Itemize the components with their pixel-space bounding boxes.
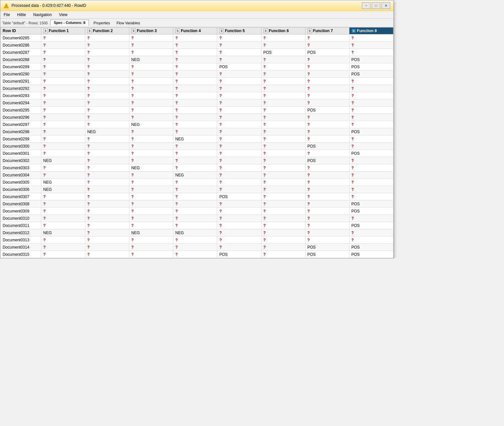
row-id-cell: Document0295	[1, 107, 41, 114]
table-row[interactable]: Document0310????????	[1, 215, 393, 222]
menu-navigation[interactable]: Navigation	[32, 12, 53, 17]
row-f6-cell: ?	[261, 121, 305, 128]
row-f3-cell: ?	[129, 143, 173, 150]
row-f8-cell: ?	[349, 193, 393, 200]
warning-triangle-icon	[4, 3, 9, 8]
col-header-f2[interactable]: S Function 2	[85, 28, 129, 34]
table-row[interactable]: Document0293????????	[1, 92, 393, 99]
row-f3-cell: ?	[129, 200, 173, 208]
tab-properties[interactable]: Properties	[92, 20, 112, 26]
col-header-f4[interactable]: S Function 4	[173, 28, 217, 34]
table-row[interactable]: Document0288??NEG????POS	[1, 56, 393, 63]
table-row[interactable]: Document0291????????	[1, 78, 393, 85]
row-id-cell: Document0307	[1, 193, 41, 200]
row-f2-cell: ?	[85, 215, 129, 222]
col-header-f6-inner: S Function 6	[263, 29, 303, 33]
row-f2-cell: ?	[85, 222, 129, 229]
table-row[interactable]: Document0289????POS??POS	[1, 63, 393, 71]
row-f5-cell: ?	[217, 42, 261, 49]
row-f3-cell: ?	[129, 114, 173, 121]
row-f7-cell: ?	[305, 179, 349, 186]
maximize-button[interactable]: □	[372, 2, 380, 9]
row-f4-cell: ?	[173, 42, 217, 49]
table-wrapper[interactable]: Row ID S Function 1 S Function 2	[0, 27, 393, 258]
row-f7-cell: POS	[305, 244, 349, 251]
table-row[interactable]: Document0287?????POSPOS?	[1, 49, 393, 56]
row-f5-cell: ?	[217, 71, 261, 78]
col-header-f3[interactable]: S Function 3	[129, 28, 173, 34]
col-header-f1-inner: S Function 1	[43, 29, 83, 33]
row-f2-cell: ?	[85, 121, 129, 128]
row-f6-cell: ?	[261, 150, 305, 157]
row-f7-cell: ?	[305, 121, 349, 128]
table-row[interactable]: Document0286????????	[1, 42, 393, 49]
row-f8-cell: ?	[349, 107, 393, 114]
row-f2-cell: ?	[85, 85, 129, 92]
row-f7-cell: ?	[305, 99, 349, 107]
row-f6-cell: ?	[261, 236, 305, 244]
row-f1-cell: ?	[41, 71, 85, 78]
table-row[interactable]: Document0296????????	[1, 114, 393, 121]
row-f6-cell: ?	[261, 215, 305, 222]
col-header-f7[interactable]: S Function 7	[305, 28, 349, 34]
row-f8-cell: ?	[349, 135, 393, 143]
col-header-rowid[interactable]: Row ID	[1, 28, 41, 34]
col-header-f8[interactable]: S Function 8	[349, 28, 393, 34]
table-row[interactable]: Document0295??????POS?	[1, 107, 393, 114]
row-f2-cell: ?	[85, 157, 129, 164]
table-row[interactable]: Document0299???NEG????	[1, 135, 393, 143]
tab-spec[interactable]: Spec - Columns: 8	[50, 20, 89, 26]
row-f8-cell: ?	[349, 164, 393, 172]
close-button[interactable]: ✕	[382, 2, 390, 9]
menu-file[interactable]: File	[2, 12, 11, 17]
table-row[interactable]: Document0300??????POS?	[1, 143, 393, 150]
row-f8-cell: ?	[349, 99, 393, 107]
row-f4-cell: ?	[173, 121, 217, 128]
col-f6-label: Function 6	[269, 29, 289, 33]
table-row[interactable]: Document0298?NEG?????POS	[1, 128, 393, 135]
row-f4-cell: ?	[173, 251, 217, 258]
table-row[interactable]: Document0309???????POS	[1, 208, 393, 215]
row-id-cell: Document0300	[1, 143, 41, 150]
row-f8-cell: ?	[349, 236, 393, 244]
table-row[interactable]: Document0305NEG???????	[1, 179, 393, 186]
row-f1-cell: ?	[41, 222, 85, 229]
menu-view[interactable]: View	[58, 12, 69, 17]
table-row[interactable]: Document0312NEG?NEGNEG????	[1, 229, 393, 236]
row-f2-cell: ?	[85, 71, 129, 78]
row-f4-cell: ?	[173, 215, 217, 222]
col-header-f5[interactable]: S Function 5	[217, 28, 261, 34]
table-row[interactable]: Document0315????POS?POSPOS	[1, 251, 393, 258]
table-row[interactable]: Document0313????????	[1, 236, 393, 244]
table-row[interactable]: Document0306NEG???????	[1, 186, 393, 193]
table-row[interactable]: Document0303??NEG?????	[1, 164, 393, 172]
row-f1-cell: ?	[41, 208, 85, 215]
table-row[interactable]: Document0302NEG?????POS?	[1, 157, 393, 164]
table-row[interactable]: Document0290???????POS	[1, 71, 393, 78]
minimize-button[interactable]: −	[362, 2, 370, 9]
table-body: Document0285????????Document0286????????…	[1, 34, 393, 258]
table-row[interactable]: Document0304???NEG????	[1, 172, 393, 179]
row-f8-cell: ?	[349, 143, 393, 150]
table-row[interactable]: Document0311???????POS	[1, 222, 393, 229]
table-row[interactable]: Document0301???????POS	[1, 150, 393, 157]
tab-flow-variables[interactable]: Flow Variables	[115, 20, 142, 26]
row-f6-cell: ?	[261, 85, 305, 92]
row-f6-cell: ?	[261, 251, 305, 258]
s-badge-f3: S	[131, 29, 136, 33]
table-row[interactable]: Document0285????????	[1, 34, 393, 42]
col-header-f1[interactable]: S Function 1	[41, 28, 85, 34]
table-row[interactable]: Document0314??????POSPOS	[1, 244, 393, 251]
table-row[interactable]: Document0292????????	[1, 85, 393, 92]
table-row[interactable]: Document0308???????POS	[1, 200, 393, 208]
row-f5-cell: ?	[217, 92, 261, 99]
table-row[interactable]: Document0297??NEG?????	[1, 121, 393, 128]
table-row[interactable]: Document0307????POS???	[1, 193, 393, 200]
row-f8-cell: ?	[349, 229, 393, 236]
row-f7-cell: ?	[305, 150, 349, 157]
row-f3-cell: ?	[129, 150, 173, 157]
row-f3-cell: ?	[129, 71, 173, 78]
menu-hilite[interactable]: Hilite	[16, 12, 27, 17]
table-row[interactable]: Document0294????????	[1, 99, 393, 107]
col-header-f6[interactable]: S Function 6	[261, 28, 305, 34]
